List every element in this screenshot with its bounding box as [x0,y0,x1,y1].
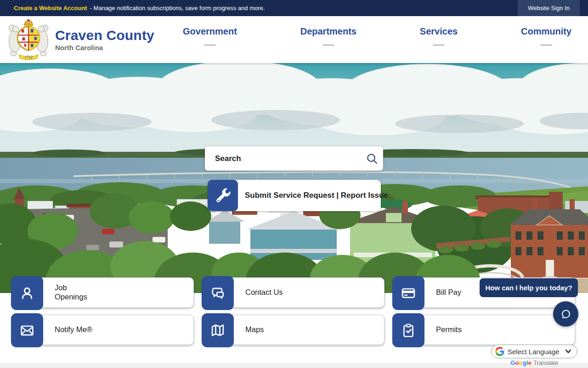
quicklink-label: Contact Us [245,288,283,297]
nav-underline [540,44,552,46]
quicklink-label: Bill Pay [436,288,461,297]
nav-item-community[interactable]: Community [521,26,571,46]
service-request-label: Submit Service Request | Report Issue [238,191,388,200]
hero-photo [0,63,588,293]
search-input[interactable] [205,154,361,163]
translate-brand-word: Translate [533,359,558,366]
clipboard-check-icon [392,313,424,347]
wrench-icon [208,180,238,211]
topbar-tagline: - Manage notification subscriptions, sav… [90,5,265,12]
quicklink-maps[interactable]: Maps [202,315,384,345]
nav-item-departments[interactable]: Departments [300,26,356,46]
search-submit-button[interactable] [361,146,383,171]
envelope-icon [11,313,43,347]
topbar-message: Create a Website Account - Manage notifi… [0,5,518,12]
submit-service-request-button[interactable]: Submit Service Request | Report Issue [208,180,381,211]
nav-item-government[interactable]: Government [183,26,237,46]
create-account-link[interactable]: Create a Website Account [14,5,87,12]
site-title: Craven County [55,28,154,43]
select-language-dropdown[interactable]: Select Language [491,345,577,358]
chat-launcher-button[interactable] [553,301,578,327]
main-navigation: Government Departments Services Communit… [183,26,571,46]
nav-item-services[interactable]: Services [420,26,458,46]
seal-year-label: 1712 [24,55,33,59]
nav-underline [433,44,445,46]
search-icon [365,152,379,166]
quicklink-notify-me[interactable]: Notify Me® [11,315,194,345]
nav-label: Government [183,26,237,37]
chat-bubble-icon [560,308,572,321]
nav-label: Services [420,26,458,37]
quicklink-contact-us[interactable]: Contact Us [202,277,384,308]
google-brand-word: Google [510,359,531,366]
quicklink-label: Job Openings [55,283,94,302]
chat-greeting-tooltip[interactable]: How can I help you today? [480,278,578,297]
nav-label: Departments [300,26,356,37]
site-search [205,146,383,171]
site-logo-home-link[interactable]: 1712 Craven County North Carolina [6,18,154,61]
map-icon [202,313,234,347]
quicklink-label: Notify Me® [55,325,92,334]
google-translate-attribution: GoogleTranslate [491,359,577,366]
quicklink-job-openings[interactable]: Job Openings [11,277,194,308]
chevron-down-icon [565,349,571,354]
credit-card-icon [392,276,424,310]
site-header: 1712 Craven County North Carolina Govern… [0,16,588,63]
nav-underline [322,44,334,46]
select-language-label: Select Language [508,348,565,356]
quicklink-label: Permits [436,325,462,334]
person-icon [11,276,43,310]
quicklink-label: Maps [245,325,264,334]
brand-text: Craven County North Carolina [55,28,154,52]
nav-underline [204,44,216,46]
chat-bubbles-icon [202,276,234,310]
nav-label: Community [521,26,571,37]
google-g-icon [495,347,504,356]
county-seal-icon: 1712 [6,18,51,61]
website-signin-button[interactable]: Website Sign In [518,0,580,16]
utility-top-bar: Create a Website Account - Manage notifi… [0,0,588,16]
quicklink-permits[interactable]: Permits [393,315,575,345]
site-subtitle: North Carolina [55,44,154,52]
